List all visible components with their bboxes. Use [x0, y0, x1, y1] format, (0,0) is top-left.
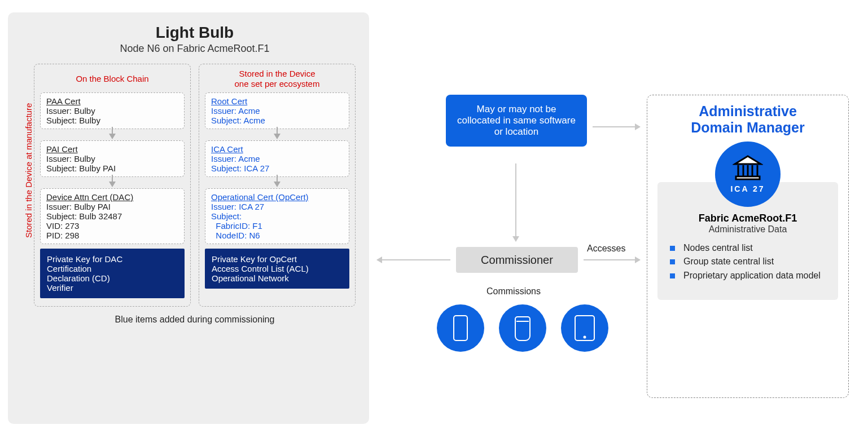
fabric-name: Fabric AcmeRoot.F1	[667, 213, 829, 224]
opcert-nodeid: NodeID: N6	[211, 231, 343, 240]
dac-private-key-box: Private Key for DAC Certification Declar…	[40, 249, 185, 298]
bank-icon	[733, 155, 763, 183]
pai-issuer: Issuer: Bulby	[46, 154, 178, 163]
pai-cert: PAI Cert Issuer: Bulby Subject: Bulby PA…	[40, 140, 185, 177]
fabric-sub: Administrative Data	[667, 224, 829, 235]
dac-issuer: Issuer: Bulby PAI	[46, 202, 178, 211]
admin-domain-manager-panel: Administrative Domain Manager ICA 27 Fab…	[647, 95, 849, 398]
root-subject: Subject: Acme	[211, 116, 343, 125]
arrow-down-icon	[515, 163, 516, 241]
admin-title: Administrative Domain Manager	[657, 103, 838, 136]
cert-columns: On the Block Chain PAA Cert Issuer: Bulb…	[34, 64, 356, 307]
svg-rect-5	[736, 176, 760, 179]
root-issuer: Issuer: Acme	[211, 106, 343, 116]
opcert: Operational Cert (OpCert) Issuer: ICA 27…	[205, 188, 349, 244]
dac-cert-title: Device Attn Cert (DAC)	[46, 192, 178, 202]
blockchain-column: On the Block Chain PAA Cert Issuer: Bulb…	[34, 64, 191, 307]
arrow-left-icon	[377, 259, 450, 260]
ica-cert: ICA Cert Issuer: Acme Subject: ICA 27	[205, 140, 349, 177]
device-heading: Stored in the Device one set per ecosyst…	[235, 69, 320, 89]
arrow-down-icon	[109, 134, 116, 139]
tablet-icon	[561, 304, 608, 352]
commissions-label: Commissions	[486, 286, 541, 297]
arrow-right-icon	[584, 259, 640, 260]
paa-issuer: Issuer: Bulby	[46, 106, 178, 116]
collocation-note: May or may not be collocated in same sof…	[446, 95, 587, 147]
dac-cert: Device Attn Cert (DAC) Issuer: Bulby PAI…	[40, 188, 185, 244]
admin-bullet: Group state central list	[670, 256, 829, 268]
ica-subject: Subject: ICA 27	[211, 163, 343, 173]
arrow-down-icon	[274, 134, 280, 139]
device-heading-l1: Stored in the Device	[239, 69, 315, 79]
ica-cert-title: ICA Cert	[211, 144, 343, 154]
blockchain-heading: On the Block Chain	[76, 69, 148, 89]
phone-icon	[437, 304, 484, 352]
light-bulb-title: Light Bulb	[34, 24, 356, 42]
opcert-title: Operational Cert (OpCert)	[211, 192, 343, 202]
priv-l2: Certification	[47, 264, 178, 273]
device-column: Stored in the Device one set per ecosyst…	[199, 64, 356, 307]
arrow-down-icon	[274, 182, 280, 187]
pai-cert-title: PAI Cert	[46, 144, 178, 154]
svg-rect-0	[454, 316, 467, 340]
commissioned-devices	[437, 304, 608, 352]
stored-at-manufacture-label: Stored in the Device at manufacture	[24, 103, 33, 238]
ica-issuer: Issuer: Acme	[211, 154, 343, 163]
paa-subject: Subject: Bulby	[46, 116, 178, 125]
speaker-icon	[499, 304, 546, 352]
accesses-label: Accesses	[587, 244, 625, 254]
device-heading-l2: one set per ecosystem	[235, 79, 320, 89]
opriv-l3: Operational Network	[212, 273, 343, 283]
arrow-down-icon	[109, 182, 116, 187]
opcert-subject: Subject:	[211, 211, 343, 221]
admin-bullet: Proprietary application data model	[670, 270, 829, 282]
commissioning-footnote: Blue items added during commissioning	[34, 315, 356, 325]
dac-pid: PID: 298	[46, 231, 178, 240]
admin-title-l1: Administrative	[699, 103, 797, 119]
priv-l1: Private Key for DAC	[47, 254, 178, 264]
paa-cert-title: PAA Cert	[46, 96, 178, 106]
priv-l3: Declaration (CD)	[47, 273, 178, 283]
admin-bullet: Nodes central list	[670, 242, 829, 254]
priv-l4: Verifier	[47, 283, 178, 293]
light-bulb-panel: Light Bulb Node N6 on Fabric AcmeRoot.F1…	[8, 12, 369, 424]
commissioner-box: Commissioner	[456, 247, 578, 273]
opriv-l2: Access Control List (ACL)	[212, 264, 343, 273]
ica-badge-label: ICA 27	[730, 184, 765, 193]
root-cert: Root Cert Issuer: Acme Subject: Acme	[205, 92, 349, 129]
opcert-fabricid: FabricID: F1	[211, 221, 343, 231]
opcert-issuer: Issuer: ICA 27	[211, 202, 343, 211]
dac-subject: Subject: Bulb 32487	[46, 211, 178, 221]
admin-data-list: Nodes central list Group state central l…	[667, 242, 829, 282]
dac-vid: VID: 273	[46, 221, 178, 231]
light-bulb-subtitle: Node N6 on Fabric AcmeRoot.F1	[34, 43, 356, 55]
admin-title-l2: Domain Manager	[691, 120, 804, 135]
pai-subject: Subject: Bulby PAI	[46, 163, 178, 173]
opcert-private-key-box: Private Key for OpCert Access Control Li…	[205, 249, 349, 289]
svg-marker-4	[735, 156, 761, 164]
paa-cert: PAA Cert Issuer: Bulby Subject: Bulby	[40, 92, 185, 129]
svg-point-3	[584, 337, 586, 338]
ica-badge: ICA 27	[715, 141, 781, 207]
opriv-l1: Private Key for OpCert	[212, 254, 343, 264]
root-cert-title: Root Cert	[211, 96, 343, 106]
arrow-right-icon	[593, 126, 640, 127]
